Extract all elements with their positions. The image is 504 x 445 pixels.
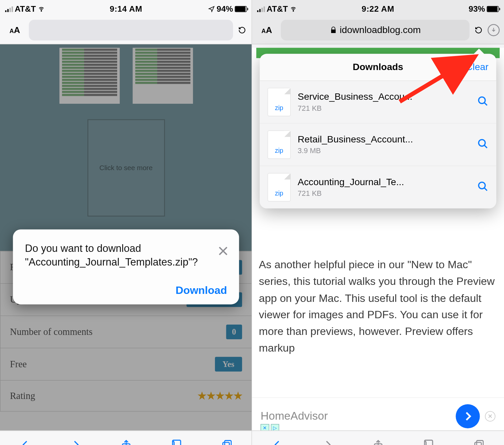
back-button[interactable]: [19, 438, 32, 445]
bookmarks-button[interactable]: [170, 438, 183, 445]
left-screenshot: AT&T 9:14 AM 94% AA Click to see more Fi…: [0, 0, 252, 445]
status-bar: AT&T 9:14 AM 94%: [0, 0, 252, 16]
ad-arrow-button[interactable]: [456, 404, 480, 428]
text-size-button[interactable]: AA: [256, 23, 277, 38]
download-name: Retail_Business_Account...: [298, 134, 470, 145]
ad-close-button[interactable]: ✕: [485, 411, 495, 421]
download-alert: Do you want to download "Accounting_Jour…: [13, 230, 239, 304]
lock-icon: [329, 26, 337, 34]
url-text: idownloadblog.com: [340, 25, 421, 36]
clock-label: 9:22 AM: [252, 4, 504, 14]
url-field[interactable]: [29, 20, 233, 40]
reload-icon[interactable]: [236, 25, 248, 36]
alert-text: Do you want to download "Accounting_Jour…: [25, 242, 227, 270]
battery-icon: [235, 6, 247, 12]
download-size: 721 KB: [298, 189, 470, 198]
svg-point-7: [479, 182, 485, 189]
download-item[interactable]: zip Retail_Business_Account... 3.9 MB: [260, 123, 496, 166]
url-toolbar: AA idownloadblog.com: [252, 16, 504, 44]
popover-title: Downloads: [353, 62, 403, 73]
downloads-popover: Downloads Clear zip Service_Business_Acc…: [260, 54, 496, 208]
forward-button[interactable]: [69, 438, 82, 445]
back-button[interactable]: [271, 438, 284, 445]
download-arrow-icon: [490, 27, 497, 34]
reveal-in-files-button[interactable]: [477, 95, 489, 108]
download-item[interactable]: zip Service_Business_Accou... 721 KB: [260, 81, 496, 124]
download-name: Accounting_Journal_Te...: [298, 176, 470, 188]
bookmarks-button[interactable]: [422, 438, 435, 445]
reveal-in-files-button[interactable]: [477, 181, 489, 194]
tabs-button[interactable]: [220, 438, 233, 445]
download-button[interactable]: Download: [25, 284, 227, 296]
ad-banner[interactable]: HomeAdvisor ✕ ✕▷: [252, 397, 504, 434]
file-icon: zip: [267, 130, 291, 159]
url-toolbar: AA: [0, 16, 252, 44]
download-size: 3.9 MB: [298, 147, 470, 155]
alert-close-button[interactable]: [217, 244, 230, 261]
svg-rect-3: [223, 442, 229, 445]
bottom-toolbar: [0, 431, 252, 445]
battery-icon: [487, 6, 499, 12]
ad-label: HomeAdvisor: [261, 409, 451, 423]
download-name: Service_Business_Accou...: [298, 91, 470, 103]
share-button[interactable]: [119, 438, 133, 445]
page-content: Click to see more File Size 110 KB Updat…: [0, 44, 252, 431]
svg-rect-2: [224, 440, 231, 445]
download-size: 721 KB: [298, 104, 470, 113]
file-icon: zip: [267, 88, 291, 116]
status-bar: AT&T 9:22 AM 93%: [252, 0, 504, 16]
url-field[interactable]: idownloadblog.com: [281, 20, 470, 40]
bottom-toolbar: [252, 431, 504, 445]
file-icon: zip: [267, 173, 291, 201]
clock-label: 9:14 AM: [0, 4, 252, 14]
clear-button[interactable]: Clear: [466, 62, 489, 73]
downloads-button[interactable]: [488, 24, 500, 36]
tabs-button[interactable]: [472, 438, 485, 445]
share-button[interactable]: [371, 438, 385, 445]
article-text: As another helpful piece in our "New to …: [252, 248, 504, 356]
svg-point-5: [479, 97, 485, 104]
reload-icon[interactable]: [473, 25, 484, 36]
text-size-button[interactable]: AA: [4, 23, 25, 38]
forward-button: [321, 438, 334, 445]
page-content: As another helpful piece in our "New to …: [252, 48, 504, 434]
svg-rect-11: [475, 442, 481, 445]
popover-header: Downloads Clear: [260, 54, 496, 81]
download-item[interactable]: zip Accounting_Journal_Te... 721 KB: [260, 166, 496, 208]
right-screenshot: AT&T 9:22 AM 93% AA idownloadblog.com As…: [252, 0, 504, 445]
reveal-in-files-button[interactable]: [477, 138, 489, 151]
svg-rect-10: [476, 440, 483, 445]
svg-point-6: [479, 139, 485, 146]
